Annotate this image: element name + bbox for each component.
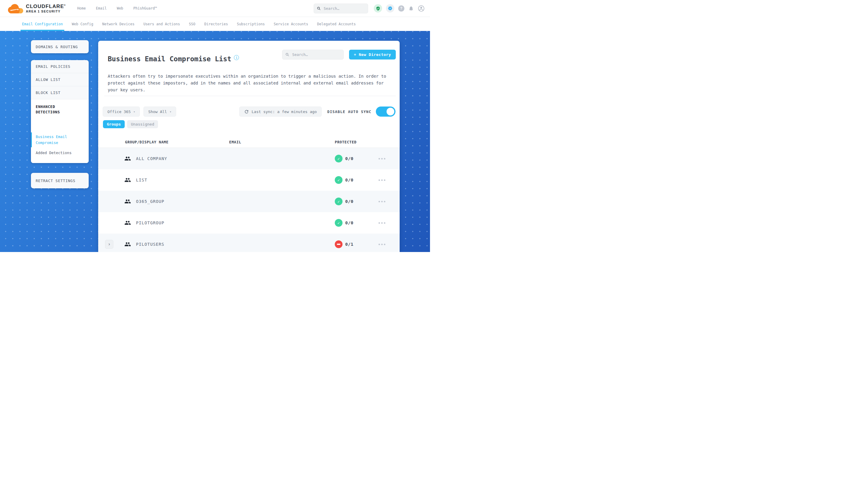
- tab-subscriptions[interactable]: Subscriptions: [237, 17, 265, 31]
- sidebar-item-enhanced-detections[interactable]: ENHANCED DETECTIONS: [31, 104, 77, 115]
- global-search[interactable]: [314, 3, 368, 13]
- last-sync-button[interactable]: Last sync: a few minutes ago: [239, 106, 322, 117]
- show-filter-dropdown[interactable]: Show All ▾: [143, 106, 176, 117]
- brand-name: CLOUDFLARE®: [26, 4, 66, 9]
- not-protected-status-icon: [335, 240, 343, 248]
- protected-status-icon: ✓: [335, 219, 343, 227]
- table-row[interactable]: LIST ✓ 0/0: [98, 169, 400, 191]
- row-menu-button[interactable]: [378, 158, 385, 159]
- sidebar-item-retract-settings[interactable]: RETRACT SETTINGS: [31, 173, 89, 188]
- protected-count: 0/0: [345, 212, 354, 233]
- tab-service-accounts[interactable]: Service Accounts: [274, 17, 308, 31]
- group-name: ALL COMPANY: [136, 148, 167, 169]
- directory-filter-dropdown[interactable]: Office 365 ▾: [103, 106, 140, 117]
- top-navigation: Home Email Web PhishGuard™: [77, 6, 157, 11]
- tab-network-devices[interactable]: Network Devices: [102, 17, 134, 31]
- section-navigation: Email Configuration Web Config Network D…: [0, 17, 430, 31]
- protected-count: 0/0: [345, 169, 354, 191]
- row-menu-button[interactable]: [378, 179, 385, 181]
- app-root: CLOUDFLARE® AREA 1 SECURITY Home Email W…: [0, 0, 430, 252]
- notifications-button[interactable]: [408, 6, 414, 11]
- cloudflare-logo[interactable]: CLOUDFLARE® AREA 1 SECURITY: [8, 3, 66, 14]
- new-directory-button[interactable]: + New Directory: [349, 50, 396, 59]
- row-menu-button[interactable]: [378, 244, 385, 245]
- group-icon: [124, 177, 131, 183]
- group-icon: [124, 198, 131, 205]
- global-search-input[interactable]: [323, 6, 365, 11]
- filter-controls: Office 365 ▾ Show All ▾ Last sync: a few…: [103, 106, 396, 117]
- chevron-right-icon: ›: [108, 242, 111, 247]
- info-icon[interactable]: i: [234, 55, 239, 60]
- search-icon: [285, 52, 289, 57]
- help-button[interactable]: ?: [398, 5, 404, 12]
- page-description: Attackers often try to impersonate execu…: [108, 73, 391, 93]
- account-button[interactable]: [418, 5, 425, 12]
- tab-web-config[interactable]: Web Config: [72, 17, 93, 31]
- sidebar-item-email-policies[interactable]: EMAIL POLICIES: [31, 60, 89, 73]
- topnav-phishguard[interactable]: PhishGuard™: [133, 6, 157, 11]
- table-row[interactable]: ALL COMPANY ✓ 0/0: [98, 148, 400, 169]
- table-row[interactable]: O365_GROUP ✓ 0/0: [98, 191, 400, 212]
- tab-unassigned[interactable]: Unassigned: [127, 120, 158, 128]
- sidebar-item-domains-routing[interactable]: DOMAINS & ROUTING: [31, 40, 89, 53]
- sidebar-section-enhanced-detections: ENHANCED DETECTIONS Business Email Compr…: [31, 99, 89, 163]
- expand-row-button[interactable]: ›: [105, 240, 113, 249]
- topnav-home[interactable]: Home: [77, 6, 86, 11]
- column-header-group-display-name: GROUP/DISPLAY NAME: [125, 140, 169, 144]
- security-status-button[interactable]: [374, 4, 382, 13]
- protected-status-icon: ✓: [335, 198, 343, 205]
- sidebar-card-email-policies: EMAIL POLICIES ALLOW LIST BLOCK LIST ENH…: [31, 60, 89, 163]
- chevron-down-icon: ▾: [170, 110, 171, 113]
- column-header-email: EMAIL: [229, 140, 241, 144]
- tab-sso[interactable]: SSO: [189, 17, 196, 31]
- tab-email-configuration[interactable]: Email Configuration: [22, 17, 63, 31]
- settings-button[interactable]: [386, 4, 394, 13]
- row-menu-button[interactable]: [378, 201, 385, 202]
- table-row[interactable]: PILOTGROUP ✓ 0/0: [98, 212, 400, 233]
- directory-search[interactable]: [282, 50, 344, 59]
- brand-text: CLOUDFLARE® AREA 1 SECURITY: [26, 4, 66, 13]
- minus-icon: [337, 244, 341, 245]
- group-name: LIST: [136, 169, 147, 191]
- topnav-web[interactable]: Web: [117, 6, 123, 11]
- tab-delegated-accounts[interactable]: Delegated Accounts: [317, 17, 356, 31]
- auto-sync-toggle[interactable]: [376, 106, 396, 117]
- main-panel: Business Email Compromise Listi + New Di…: [98, 41, 400, 252]
- cloudflare-cloud-icon: [8, 3, 23, 14]
- last-sync-label: Last sync: a few minutes ago: [252, 110, 317, 114]
- protected-count: 0/0: [345, 148, 354, 169]
- sidebar-item-block-list[interactable]: BLOCK LIST: [31, 86, 89, 99]
- shield-check-icon: [376, 6, 380, 11]
- topbar-right-cluster: ?: [314, 3, 425, 13]
- group-name: O365_GROUP: [136, 191, 164, 212]
- protected-count: 0/1: [345, 233, 354, 252]
- sidebar-card-domains-routing: DOMAINS & ROUTING: [31, 40, 89, 53]
- tab-directories[interactable]: Directories: [204, 17, 228, 31]
- sidebar-card-retract-settings: RETRACT SETTINGS: [31, 173, 89, 188]
- group-name: PILOTGROUP: [136, 212, 164, 233]
- row-menu-button[interactable]: [378, 222, 385, 224]
- help-glyph: ?: [400, 6, 402, 11]
- table-row[interactable]: › PILOTUSERS 0/1: [98, 233, 400, 252]
- gear-icon: [387, 6, 393, 11]
- sidebar-item-allow-list[interactable]: ALLOW LIST: [31, 73, 89, 86]
- directory-filter-value: Office 365: [108, 110, 131, 114]
- protected-count: 0/0: [345, 191, 354, 212]
- toggle-knob: [387, 108, 394, 115]
- page-title: Business Email Compromise Listi: [108, 55, 239, 63]
- user-icon: [418, 5, 425, 12]
- workspace-background: DOMAINS & ROUTING EMAIL POLICIES ALLOW L…: [0, 31, 430, 252]
- show-filter-value: Show All: [148, 110, 167, 114]
- sidebar-item-business-email-compromise[interactable]: Business Email Compromise: [31, 132, 78, 147]
- protected-status-icon: ✓: [335, 176, 343, 184]
- directory-search-input[interactable]: [292, 52, 341, 57]
- tab-users-and-actions[interactable]: Users and Actions: [143, 17, 180, 31]
- chevron-down-icon: ▾: [133, 110, 135, 113]
- groups-table: GROUP/DISPLAY NAME EMAIL PROTECTED ALL C…: [98, 137, 400, 252]
- tab-groups[interactable]: Groups: [103, 120, 125, 128]
- group-icon: [124, 155, 131, 162]
- search-icon: [317, 6, 321, 11]
- group-icon: [124, 219, 131, 226]
- sidebar-item-added-detections[interactable]: Added Detections: [31, 150, 89, 156]
- topnav-email[interactable]: Email: [96, 6, 106, 11]
